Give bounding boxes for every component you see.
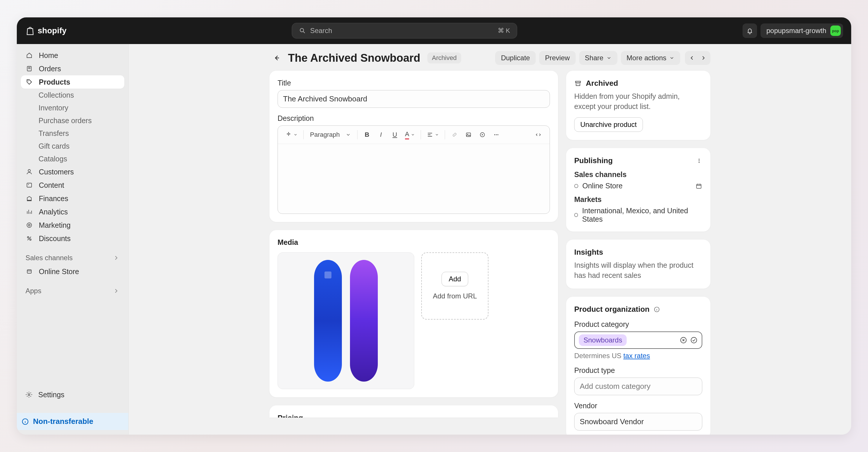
insights-title: Insights: [574, 248, 702, 257]
bank-icon: [26, 195, 33, 202]
nav-inventory[interactable]: Inventory: [38, 101, 124, 114]
nav-marketing[interactable]: Marketing: [21, 218, 124, 232]
rte-bold[interactable]: B: [361, 129, 373, 141]
insights-card: Insights Insights will display when the …: [566, 240, 710, 289]
target-icon: [26, 221, 33, 229]
rte-content[interactable]: [278, 144, 550, 214]
nav-customers[interactable]: Customers: [21, 165, 124, 179]
title-description-card: Title Description Paragraph: [270, 71, 558, 222]
media-thumbnail[interactable]: [278, 252, 414, 389]
video-icon: [479, 131, 486, 138]
nav-collections[interactable]: Collections: [38, 89, 124, 101]
shopify-logo[interactable]: shopify: [25, 26, 67, 36]
publishing-card: Publishing Sales channels Online Store: [566, 148, 710, 232]
search-shortcut: ⌘ K: [498, 27, 510, 34]
snowboard-image: [314, 260, 378, 382]
nav-purchase-orders[interactable]: Purchase orders: [38, 114, 124, 127]
info-icon[interactable]: [654, 306, 660, 313]
rte-link[interactable]: [448, 129, 461, 141]
nav-content[interactable]: Content: [21, 179, 124, 192]
store-switcher[interactable]: popupsmart-growth pop: [761, 24, 843, 38]
description-editor: Paragraph B I U A: [278, 125, 550, 214]
rte-toolbar: Paragraph B I U A: [278, 126, 550, 144]
vendor-label: Vendor: [574, 401, 702, 410]
nav-analytics[interactable]: Analytics: [21, 205, 124, 218]
notifications-button[interactable]: [743, 24, 757, 38]
svg-rect-21: [576, 81, 580, 82]
vendor-input[interactable]: [574, 413, 702, 430]
svg-line-1: [303, 32, 305, 33]
back-button[interactable]: [270, 51, 283, 65]
preview-button[interactable]: Preview: [539, 51, 576, 65]
type-input[interactable]: [574, 378, 702, 395]
tax-rates-link[interactable]: tax rates: [623, 352, 650, 360]
sales-channels-label: Sales channels: [574, 170, 702, 179]
plan-badge[interactable]: Non-transferable: [17, 413, 128, 430]
rte-align[interactable]: [425, 129, 441, 141]
title-input[interactable]: [278, 90, 550, 108]
topbar: shopify Search ⌘ K popupsmart-growth pop: [17, 18, 851, 44]
nav-finances[interactable]: Finances: [21, 192, 124, 205]
archived-desc: Hidden from your Shopify admin, except y…: [574, 91, 702, 112]
rte-paragraph-select[interactable]: Paragraph: [307, 129, 354, 141]
svg-point-20: [497, 134, 498, 135]
clear-icon[interactable]: [680, 336, 687, 344]
rte-code-view[interactable]: [532, 129, 545, 141]
svg-point-0: [300, 28, 304, 32]
unarchive-button[interactable]: Unarchive product: [574, 117, 643, 132]
archived-title: Archived: [586, 79, 618, 88]
add-media-button[interactable]: Add: [441, 272, 468, 286]
search-bar[interactable]: Search ⌘ K: [292, 23, 517, 38]
app-window: shopify Search ⌘ K popupsmart-growth pop…: [17, 18, 851, 434]
nav-discounts[interactable]: Discounts: [21, 232, 124, 245]
svg-point-13: [28, 394, 30, 395]
svg-rect-12: [27, 270, 31, 273]
svg-point-28: [691, 337, 697, 343]
rte-underline[interactable]: U: [389, 129, 401, 141]
orders-icon: [26, 65, 33, 72]
rte-ai-button[interactable]: [283, 129, 300, 141]
chevron-right-icon: [113, 288, 120, 294]
check-icon[interactable]: [690, 336, 698, 344]
svg-rect-15: [466, 133, 471, 137]
sales-channels-header[interactable]: Sales channels: [21, 251, 124, 265]
chevron-down-icon: [411, 133, 415, 137]
media-dropzone[interactable]: Add Add from URL: [421, 252, 489, 320]
person-icon: [26, 168, 33, 176]
nav-gift-cards[interactable]: Gift cards: [38, 140, 124, 152]
nav-catalogs[interactable]: Catalogs: [38, 152, 124, 165]
rte-more[interactable]: [490, 129, 502, 141]
nav-online-store[interactable]: Online Store: [21, 265, 124, 278]
nav-products[interactable]: Products: [21, 76, 124, 89]
svg-point-4: [28, 170, 30, 172]
nav-settings[interactable]: Settings: [21, 388, 124, 401]
rte-video[interactable]: [476, 129, 489, 141]
svg-point-24: [699, 162, 700, 162]
nav-home[interactable]: Home: [21, 49, 124, 62]
category-tag[interactable]: Snowboards: [579, 334, 627, 346]
apps-header[interactable]: Apps: [21, 284, 124, 298]
rte-image[interactable]: [462, 129, 474, 141]
duplicate-button[interactable]: Duplicate: [495, 51, 536, 65]
rte-color[interactable]: A: [403, 129, 417, 141]
kebab-icon[interactable]: [696, 158, 702, 164]
avatar: pop: [830, 26, 841, 36]
store-icon: [26, 268, 33, 275]
chart-icon: [26, 208, 33, 216]
add-from-url-link[interactable]: Add from URL: [433, 292, 477, 300]
calendar-icon[interactable]: [695, 183, 702, 189]
image-icon: [465, 131, 472, 138]
share-button[interactable]: Share: [579, 51, 617, 65]
nav-transfers[interactable]: Transfers: [38, 127, 124, 140]
chevron-down-icon: [435, 133, 439, 137]
more-actions-button[interactable]: More actions: [621, 51, 680, 65]
link-icon: [452, 131, 458, 138]
chevron-left-icon: [689, 55, 695, 61]
next-product-button[interactable]: [696, 51, 710, 65]
title-label: Title: [278, 79, 550, 87]
category-input[interactable]: Snowboards: [574, 331, 702, 349]
nav-orders[interactable]: Orders: [21, 62, 124, 76]
sidebar: Home Orders Products Collections Invento…: [17, 44, 129, 434]
search-placeholder: Search: [310, 27, 332, 35]
rte-italic[interactable]: I: [375, 129, 387, 141]
